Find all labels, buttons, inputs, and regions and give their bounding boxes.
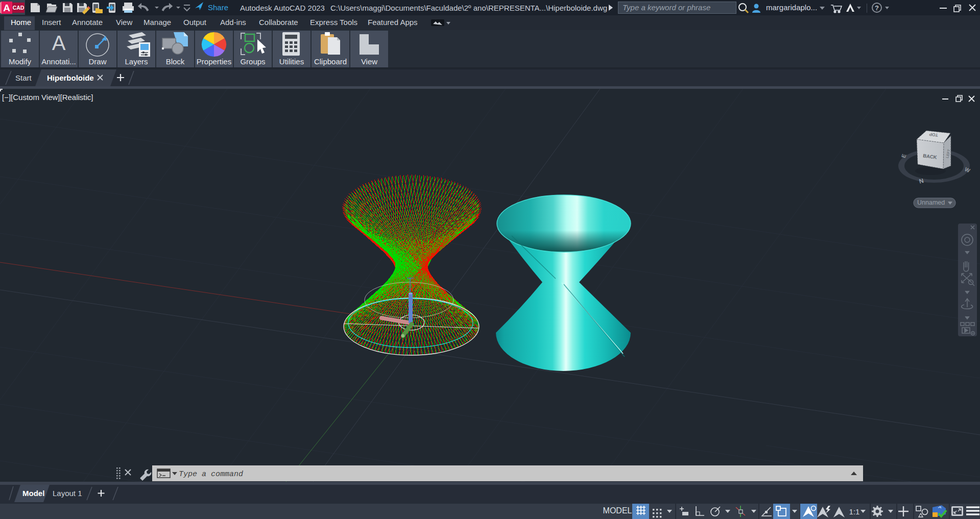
svg-text:E: E bbox=[900, 153, 907, 159]
svg-text:?: ? bbox=[875, 4, 879, 12]
svg-text:MODEL: MODEL bbox=[603, 506, 632, 515]
svg-text:1:1: 1:1 bbox=[849, 507, 860, 516]
svg-text:TOP: TOP bbox=[929, 132, 939, 138]
svg-text:Start: Start bbox=[15, 73, 32, 82]
svg-text:Unnamed: Unnamed bbox=[917, 199, 945, 206]
svg-text:N: N bbox=[918, 177, 924, 185]
svg-text:Layout 1: Layout 1 bbox=[53, 489, 82, 498]
svg-text:Type a command: Type a command bbox=[179, 470, 243, 479]
svg-text:Share: Share bbox=[208, 3, 228, 12]
svg-text:CAD: CAD bbox=[13, 5, 25, 11]
svg-text:Model: Model bbox=[22, 489, 44, 498]
svg-text:margaridaplo...: margaridaplo... bbox=[766, 3, 817, 12]
svg-text:Hiperboloide: Hiperboloide bbox=[47, 73, 94, 82]
svg-text:A: A bbox=[3, 3, 10, 13]
